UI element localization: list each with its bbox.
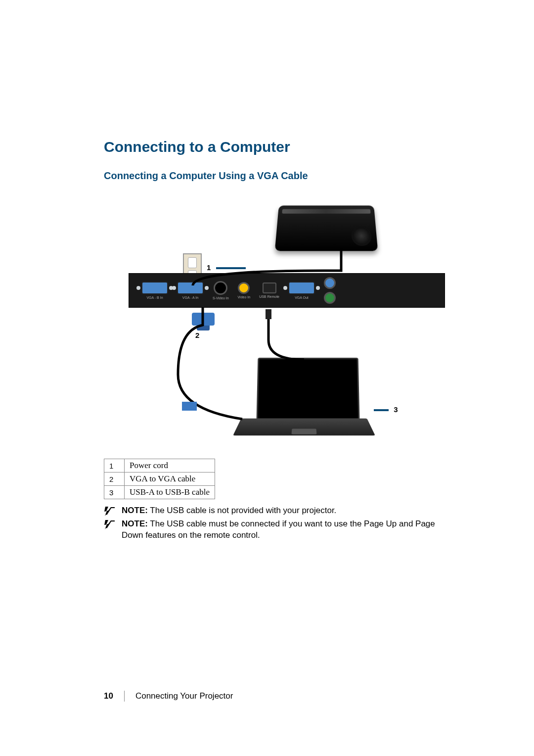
legend-table: 1 Power cord 2 VGA to VGA cable 3 USB-A …: [104, 459, 215, 499]
note-text: NOTE: The USB cable is not provided with…: [122, 505, 336, 517]
callout-number: 3: [394, 405, 398, 414]
laptop-screen: [257, 358, 360, 420]
callout-2: 2: [195, 331, 199, 339]
page-footer: 10 Connecting Your Projector: [104, 691, 233, 702]
usb-port-icon: [263, 283, 276, 293]
port-vga-a-in: VGA - A In: [177, 282, 204, 299]
note-prefix: NOTE:: [122, 519, 148, 528]
callout-number: 1: [207, 263, 211, 272]
legend-label: VGA to VGA cable: [125, 472, 215, 486]
vga-port-icon: [177, 282, 204, 294]
port-label: VGA - B In: [146, 296, 163, 299]
projector-lens: [351, 226, 372, 246]
legend-label: USB-A to USB-B cable: [125, 486, 215, 499]
audio-ports: [324, 277, 336, 304]
callout-leader: [216, 267, 246, 269]
audio-in-port-icon: [324, 292, 336, 304]
port-svideo: S-Video In: [213, 281, 229, 300]
svideo-port-icon: [214, 281, 227, 295]
table-row: 1 Power cord: [104, 459, 215, 472]
note-text: NOTE: The USB cable must be connected if…: [122, 519, 440, 541]
port-label: Video In: [238, 295, 251, 299]
callout-1: 1: [207, 263, 249, 272]
callout-number: 2: [195, 331, 199, 339]
callout-3: 3: [371, 405, 398, 414]
section-heading: Connecting to a Computer: [104, 139, 470, 155]
footer-divider: [124, 691, 125, 702]
table-row: 3 USB-A to USB-B cable: [104, 486, 215, 499]
note-body: The USB cable must be connected if you w…: [122, 519, 435, 540]
note-icon: [104, 519, 116, 529]
legend-number: 2: [104, 472, 125, 486]
note-2: NOTE: The USB cable must be connected if…: [104, 519, 440, 541]
port-label: S-Video In: [213, 296, 229, 300]
note-body: The USB cable is not provided with your …: [148, 506, 336, 515]
legend-number: 1: [104, 459, 125, 472]
projector-illustration: [275, 205, 378, 251]
vga-connector-illustration: [192, 313, 215, 326]
note-1: NOTE: The USB cable is not provided with…: [104, 505, 440, 517]
port-video: Video In: [238, 282, 251, 299]
laptop-illustration: [237, 357, 371, 441]
port-vga-out: VGA Out: [288, 282, 315, 299]
rca-port-icon: [238, 282, 250, 294]
callout-leader: [374, 409, 389, 411]
vga-port-icon: [288, 282, 315, 294]
laptop-trackpad: [291, 428, 316, 434]
note-prefix: NOTE:: [122, 506, 148, 515]
legend-label: Power cord: [125, 459, 215, 472]
svg-rect-1: [266, 309, 271, 319]
audio-out-port-icon: [324, 277, 336, 289]
vga-port-icon: [141, 282, 168, 294]
subsection-heading: Connecting a Computer Using a VGA Cable: [104, 170, 470, 182]
port-label: VGA - A In: [182, 296, 198, 299]
document-page: Connecting to a Computer Connecting a Co…: [0, 0, 534, 756]
page-number: 10: [104, 691, 113, 701]
port-usb: USB Remote: [259, 283, 279, 298]
table-row: 2 VGA to VGA cable: [104, 472, 215, 486]
svg-rect-0: [182, 402, 197, 411]
port-label: USB Remote: [259, 295, 279, 298]
connection-diagram: VGA - B In VGA - A In S-Video In Video I…: [129, 201, 445, 439]
port-vga-b-in: VGA - B In: [141, 282, 168, 299]
legend-number: 3: [104, 486, 125, 499]
footer-section-title: Connecting Your Projector: [135, 691, 233, 701]
note-icon: [104, 505, 116, 516]
projector-back-panel: VGA - B In VGA - A In S-Video In Video I…: [129, 273, 445, 308]
port-label: VGA Out: [295, 296, 309, 299]
